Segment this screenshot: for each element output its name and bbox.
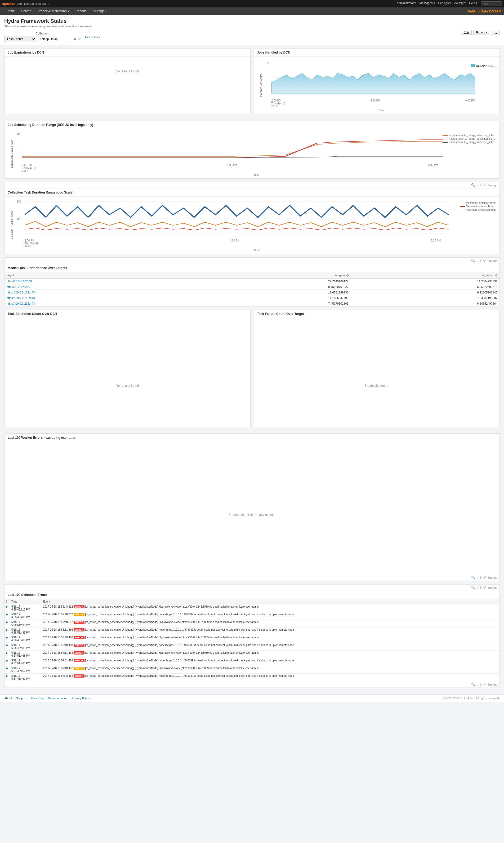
footer-support[interactable]: Support <box>16 697 26 700</box>
collection-task-title: Collection Task Duration Range (Log Scal… <box>4 188 500 197</box>
refresh-icon-2[interactable]: ↺ <box>483 259 486 263</box>
page-title: Hydra Framework Status <box>4 18 500 24</box>
worker-errors-title: Last 100 Worker Errors - excluding expir… <box>4 434 500 442</box>
zoom-icon-3[interactable]: 🔍 <box>471 575 475 580</box>
info-icon-4[interactable]: ℹ <box>480 586 482 589</box>
event-cell: 2017-05-18 18:57:48.462 ERROR [ta_ontap_… <box>41 666 500 674</box>
collection-input[interactable] <box>38 36 72 42</box>
download-icon-5[interactable]: ↓ <box>477 682 479 686</box>
nav-home[interactable]: Home <box>3 7 18 15</box>
hide-filters-link[interactable]: Hide Filters <box>85 36 100 39</box>
ct-legend-med: Median Execution Time <box>466 205 494 208</box>
nav-reports[interactable]: Reports <box>72 7 90 15</box>
filter-row: Last 6 hours ⚙ ↻ <box>4 36 81 42</box>
refresh-icon-3[interactable]: ↺ <box>483 575 486 580</box>
find-input[interactable] <box>481 1 502 6</box>
expand-icon[interactable]: ▶ <box>6 644 8 647</box>
expand-icon[interactable]: ▶ <box>6 621 8 623</box>
worker-errors-no-events: Search did not return any events. <box>8 497 496 533</box>
zoom-icon-4[interactable]: 🔍 <box>471 586 475 589</box>
admin-menu[interactable]: Administrator ▾ <box>397 1 416 6</box>
target-link[interactable]: https://10.0.1.102:443 <box>6 291 35 294</box>
help-menu[interactable]: Help ▾ <box>469 1 478 6</box>
gear-icon[interactable]: ⚙ <box>74 37 76 41</box>
more-button[interactable]: ... <box>491 30 500 35</box>
target-link[interactable]: https://10.0.1.112:443 <box>6 296 35 299</box>
settings-menu[interactable]: Settings ▾ <box>438 1 451 6</box>
expand-icon[interactable]: ▶ <box>6 674 8 677</box>
row-1: Job Expirations by DCN No results found … <box>4 48 500 117</box>
download-icon-3[interactable]: ↓ <box>477 575 479 580</box>
expand-icon[interactable]: ▶ <box>6 628 8 631</box>
event-cell: 2017-05-18 18:59:48.612 ERROR [ta_ontap_… <box>41 604 500 612</box>
info-icon-2[interactable]: ℹ <box>480 259 482 263</box>
footer-file-a-bug[interactable]: File a Bug <box>31 697 44 700</box>
job-scheduling-legend: avgduration: ta_ontap_collection_sche...… <box>443 134 496 144</box>
expand-cell: ▶ <box>4 627 10 635</box>
download-icon-4[interactable]: ↓ <box>477 586 479 589</box>
target-link[interactable]: http://10.0.1.107:80 <box>6 280 32 283</box>
footer-documentation[interactable]: Documentation <box>48 697 68 700</box>
expand-cell: ▶ <box>4 643 10 651</box>
info-icon[interactable]: ℹ <box>480 183 482 187</box>
collection-task-legend: Minimum Execution Time Median Execution … <box>460 202 496 212</box>
sched-x-tick-2: 4:00 PM <box>227 164 237 172</box>
app-dropdown[interactable]: App: NetApp Data ONTAP <box>17 2 52 5</box>
header-actions: Edit Export ▾ ... <box>461 30 500 35</box>
error-badge: ERROR <box>74 605 85 608</box>
nav-search[interactable]: Search <box>18 7 34 15</box>
col-megaav[interactable]: megaav ◇ <box>201 272 350 279</box>
download-icon[interactable]: ↓ <box>477 183 479 187</box>
expand-icon[interactable]: ▶ <box>6 651 8 654</box>
refresh-icon[interactable]: ↻ <box>78 37 81 41</box>
zoom-icon-2[interactable]: 🔍 <box>471 259 475 263</box>
refresh-icon-4[interactable]: ↺ <box>483 586 486 589</box>
megaperf-cell: 6.22205901146 <box>350 290 500 295</box>
col-target[interactable]: target ◇ <box>4 272 201 279</box>
table-row: ▶ 5/18/176:58:48:480 PM 2017-05-18 18:59… <box>4 612 500 620</box>
expand-icon[interactable]: ▶ <box>6 613 8 616</box>
info-icon-5[interactable]: ℹ <box>480 682 482 686</box>
messages-menu[interactable]: Messages ▾ <box>419 1 435 6</box>
expand-cell: ▶ <box>4 674 10 681</box>
table-row: https://10.0.1.112:443 11.1866347790 7.3… <box>4 295 500 301</box>
expand-icon[interactable]: ▶ <box>6 667 8 670</box>
ct-legend-min: Minimum Execution Time <box>466 202 496 204</box>
expand-icon[interactable]: ▶ <box>6 636 8 639</box>
refresh-icon-5[interactable]: ↺ <box>483 682 486 686</box>
footer-about[interactable]: About <box>4 697 12 700</box>
scheduler-errors-title: Last 100 Scheduler Errors <box>4 591 500 599</box>
refresh-chart-icon[interactable]: ↺ <box>483 183 486 187</box>
download-icon-2[interactable]: ↓ <box>477 259 479 263</box>
time-filter-select[interactable]: Last 6 hours <box>4 36 36 42</box>
median-task-panel: 🔍 ↓ ℹ ↺ 3m ago Median Task Performance O… <box>4 257 500 307</box>
col-event[interactable]: Event <box>41 599 500 604</box>
col-time[interactable]: Time <box>10 599 41 604</box>
scheduler-errors-time-ago: 3m ago <box>488 586 498 589</box>
table-row: http://10.0.1.40:80 9.75920701027 5.9657… <box>4 284 500 290</box>
target-link[interactable]: https://10.0.1.216:443 <box>6 302 35 305</box>
job-expirations-title: Job Expirations by DCN <box>4 49 250 57</box>
expand-icon[interactable]: ▶ <box>6 659 8 662</box>
activity-menu[interactable]: Activity ▾ <box>454 1 466 6</box>
megaav-cell: 11.1866347790 <box>201 295 350 301</box>
nav-settings[interactable]: Settings ▾ <box>90 7 110 15</box>
table-row: https://10.0.1.216:443 7.45279502869 6.6… <box>4 301 500 307</box>
splunk-logo[interactable]: splunk> <box>2 2 15 6</box>
target-link[interactable]: http://10.0.1.40:80 <box>6 285 30 289</box>
nav-proactive-monitoring[interactable]: Proactive Monitoring ▾ <box>34 7 72 15</box>
jobs-handled-y-label: Handled Job Count <box>259 74 263 97</box>
event-cell: 2017-05-18 18:57:48.462 ERROR [ta_ontap_… <box>41 674 500 681</box>
col-megasperf[interactable]: megasperf ◇ <box>350 272 500 279</box>
export-button[interactable]: Export ▾ <box>473 30 490 35</box>
time-cell: 5/18/176:59:48:612 PM <box>10 604 41 612</box>
zoom-icon-5[interactable]: 🔍 <box>471 682 475 686</box>
legend-avg: avgduration: ta_ontap_collection_sche... <box>449 134 496 137</box>
job-scheduling-chart: 10 5 <box>17 131 496 176</box>
target-cell: http://10.0.1.40:80 <box>4 284 201 290</box>
edit-button[interactable]: Edit <box>461 30 472 35</box>
info-icon-3[interactable]: ℹ <box>480 575 482 580</box>
zoom-icon[interactable]: 🔍 <box>471 183 475 187</box>
expand-icon[interactable]: ▶ <box>6 605 8 608</box>
footer-privacy-policy[interactable]: Privacy Policy <box>72 697 90 700</box>
